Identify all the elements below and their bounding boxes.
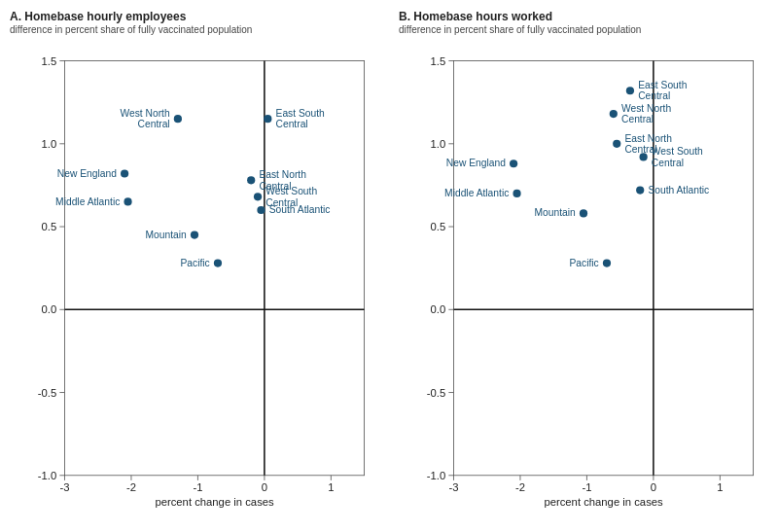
svg-text:-2: -2 bbox=[126, 481, 136, 493]
svg-text:-1.0: -1.0 bbox=[38, 470, 56, 481]
svg-text:-0.5: -0.5 bbox=[38, 387, 56, 399]
svg-text:0.0: 0.0 bbox=[42, 303, 57, 315]
svg-point-34 bbox=[191, 231, 198, 238]
panel-divider bbox=[379, 10, 399, 522]
svg-text:East South: East South bbox=[638, 80, 688, 90]
svg-text:West South: West South bbox=[652, 146, 703, 157]
svg-text:East North: East North bbox=[624, 133, 672, 144]
svg-text:Central: Central bbox=[276, 119, 308, 129]
svg-text:East North: East North bbox=[259, 169, 306, 180]
main-container: A. Homebase hourly employees difference … bbox=[0, 0, 778, 532]
svg-text:-3: -3 bbox=[448, 481, 458, 493]
svg-point-38 bbox=[247, 176, 255, 184]
svg-text:-1.0: -1.0 bbox=[427, 470, 445, 481]
panel-a-chart: -3-2-101-1.0-0.50.00.51.01.5percent chan… bbox=[10, 39, 379, 522]
svg-text:percent change in cases: percent change in cases bbox=[544, 496, 663, 508]
svg-text:New England: New England bbox=[57, 168, 117, 179]
svg-point-93 bbox=[640, 153, 648, 160]
svg-text:-3: -3 bbox=[59, 481, 69, 493]
svg-text:1.0: 1.0 bbox=[42, 138, 57, 150]
svg-point-76 bbox=[510, 160, 517, 167]
panel-a-title: A. Homebase hourly employees bbox=[10, 10, 379, 23]
svg-text:South Atlantic: South Atlantic bbox=[269, 204, 331, 215]
svg-text:-1: -1 bbox=[193, 481, 202, 493]
svg-point-87 bbox=[610, 110, 618, 118]
svg-text:South Atlantic: South Atlantic bbox=[648, 185, 709, 195]
svg-text:Middle Atlantic: Middle Atlantic bbox=[55, 196, 120, 207]
svg-text:Pacific: Pacific bbox=[180, 258, 209, 268]
svg-point-29 bbox=[124, 197, 131, 205]
svg-text:New England: New England bbox=[446, 158, 506, 168]
svg-text:0: 0 bbox=[651, 481, 656, 493]
svg-text:Central: Central bbox=[638, 90, 670, 101]
panel-b-chart: -3-2-101-1.0-0.50.00.51.01.5percent chan… bbox=[399, 39, 768, 522]
svg-text:-1: -1 bbox=[582, 481, 591, 493]
panel-b: B. Homebase hours worked difference in p… bbox=[399, 10, 768, 522]
svg-text:-2: -2 bbox=[515, 481, 525, 493]
svg-text:percent change in cases: percent change in cases bbox=[155, 496, 274, 508]
svg-text:Middle Atlantic: Middle Atlantic bbox=[444, 188, 509, 198]
svg-text:0: 0 bbox=[262, 481, 267, 493]
svg-text:1.5: 1.5 bbox=[431, 55, 446, 67]
svg-text:1.0: 1.0 bbox=[431, 138, 446, 150]
svg-text:-0.5: -0.5 bbox=[427, 387, 445, 399]
svg-text:Central: Central bbox=[621, 114, 654, 124]
panel-a: A. Homebase hourly employees difference … bbox=[10, 10, 379, 522]
svg-point-31 bbox=[174, 115, 182, 123]
svg-text:Pacific: Pacific bbox=[569, 258, 598, 268]
svg-rect-0 bbox=[64, 61, 364, 476]
panel-b-subtitle: difference in percent share of fully vac… bbox=[399, 24, 768, 35]
svg-point-44 bbox=[254, 193, 262, 200]
svg-point-80 bbox=[580, 209, 587, 217]
svg-text:Central: Central bbox=[138, 119, 170, 129]
svg-text:1: 1 bbox=[328, 481, 334, 493]
svg-text:0.0: 0.0 bbox=[431, 303, 446, 315]
svg-point-36 bbox=[214, 259, 222, 266]
svg-rect-49 bbox=[453, 61, 753, 476]
svg-text:West North: West North bbox=[621, 103, 671, 114]
svg-point-96 bbox=[636, 186, 644, 194]
svg-point-78 bbox=[513, 190, 520, 197]
svg-text:1.5: 1.5 bbox=[42, 55, 57, 67]
panel-a-subtitle: difference in percent share of fully vac… bbox=[10, 24, 379, 35]
svg-point-82 bbox=[603, 259, 611, 266]
svg-text:Mountain: Mountain bbox=[535, 207, 577, 218]
svg-text:Central: Central bbox=[652, 158, 684, 168]
panel-b-title: B. Homebase hours worked bbox=[399, 10, 768, 23]
svg-text:0.5: 0.5 bbox=[431, 221, 446, 232]
svg-point-47 bbox=[257, 206, 265, 214]
svg-text:Mountain: Mountain bbox=[146, 230, 188, 240]
svg-point-27 bbox=[121, 169, 128, 177]
svg-point-84 bbox=[613, 140, 620, 148]
svg-text:West North: West North bbox=[121, 108, 170, 119]
svg-text:East South: East South bbox=[276, 108, 326, 119]
svg-text:0.5: 0.5 bbox=[42, 221, 57, 232]
svg-point-41 bbox=[264, 115, 271, 123]
svg-text:1: 1 bbox=[717, 481, 723, 493]
svg-point-90 bbox=[626, 87, 634, 94]
svg-text:West South: West South bbox=[265, 186, 317, 196]
